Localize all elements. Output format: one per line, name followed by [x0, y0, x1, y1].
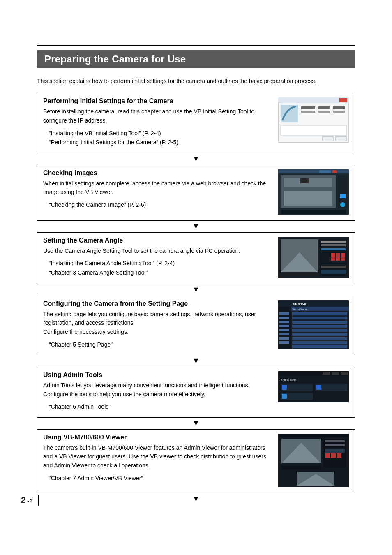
- intro-text: This section explains how to perform ini…: [37, 76, 355, 86]
- svg-rect-85: [337, 453, 341, 458]
- step-title: Performing Initial Settings for the Came…: [43, 97, 272, 105]
- svg-rect-41: [278, 300, 349, 307]
- svg-rect-82: [325, 449, 345, 453]
- svg-rect-54: [292, 312, 347, 315]
- svg-rect-52: [279, 337, 289, 340]
- svg-rect-30: [321, 244, 346, 246]
- step-desc: Use the Camera Angle Setting Tool to set…: [43, 247, 272, 256]
- svg-rect-4: [301, 106, 315, 109]
- screenshot-thumbnail: [278, 97, 349, 147]
- screenshot-thumbnail: VB-M600 Setting Menu: [278, 300, 349, 349]
- screenshot-thumbnail: [278, 434, 349, 487]
- step-box-viewer: Using VB-M700/600 Viewer The camera's bu…: [37, 429, 355, 493]
- svg-rect-36: [336, 257, 340, 261]
- svg-rect-86: [281, 466, 321, 470]
- step-box-checking-images: Checking images When initial settings ar…: [37, 165, 355, 221]
- step-title: Using Admin Tools: [43, 371, 272, 379]
- page-index: -2: [27, 498, 32, 504]
- svg-rect-9: [333, 111, 345, 113]
- svg-rect-58: [292, 329, 347, 332]
- flow-arrow-icon: ▼: [37, 286, 355, 293]
- svg-rect-72: [316, 385, 321, 390]
- svg-rect-5: [318, 106, 330, 109]
- svg-rect-83: [325, 453, 330, 458]
- flow-arrow-icon: ▼: [37, 155, 355, 162]
- svg-rect-29: [321, 241, 346, 243]
- svg-rect-1: [278, 97, 349, 103]
- svg-rect-70: [282, 385, 287, 390]
- svg-rect-74: [282, 394, 287, 399]
- svg-rect-57: [292, 325, 347, 328]
- svg-rect-76: [278, 434, 349, 437]
- svg-rect-49: [279, 325, 289, 327]
- header-rule: [37, 45, 355, 46]
- svg-rect-24: [281, 210, 346, 214]
- page-number: 2-2: [21, 495, 39, 506]
- svg-rect-46: [279, 312, 289, 315]
- svg-rect-53: [279, 341, 289, 344]
- step-ref: “Checking the Camera Image” (P. 2-6): [49, 200, 272, 209]
- svg-rect-59: [292, 333, 347, 336]
- svg-rect-80: [325, 440, 345, 442]
- svg-rect-33: [336, 253, 340, 257]
- step-desc: Before installing the camera, read this …: [43, 107, 272, 125]
- svg-rect-14: [278, 169, 349, 173]
- svg-point-23: [340, 202, 345, 207]
- svg-text:VB-M600: VB-M600: [292, 302, 306, 305]
- step-title: Configuring the Camera from the Setting …: [43, 300, 272, 308]
- svg-rect-56: [292, 321, 347, 324]
- svg-rect-84: [331, 453, 336, 458]
- step-ref: “Chapter 6 Admin Tools”: [49, 402, 272, 411]
- step-ref: “Chapter 3 Camera Angle Setting Tool”: [49, 268, 272, 277]
- step-desc: The setting page lets you configure basi…: [43, 310, 272, 337]
- page-title: Preparing the Camera for Use: [37, 50, 355, 68]
- svg-rect-51: [279, 333, 289, 335]
- svg-rect-61: [292, 341, 347, 344]
- step-ref: “Installing the Camera Angle Setting Too…: [49, 259, 272, 268]
- svg-rect-19: [300, 178, 309, 183]
- svg-rect-6: [333, 106, 345, 109]
- step-title: Checking images: [43, 169, 272, 177]
- screenshot-thumbnail: [278, 237, 349, 278]
- svg-rect-65: [323, 372, 330, 375]
- svg-rect-66: [332, 372, 339, 375]
- svg-rect-12: [336, 137, 346, 141]
- chapter-number: 2: [21, 495, 25, 506]
- svg-rect-60: [292, 337, 347, 340]
- flow-arrow-icon: ▼: [37, 419, 355, 427]
- screenshot-thumbnail: [278, 169, 349, 215]
- svg-rect-67: [341, 372, 348, 375]
- flow-arrow-icon: ▼: [37, 357, 355, 364]
- step-ref: “Chapter 7 Admin Viewer/VB Viewer”: [49, 474, 272, 483]
- step-desc: When initial settings are complete, acce…: [43, 179, 272, 197]
- flow-arrow-icon: ▼: [37, 222, 355, 230]
- screenshot-thumbnail: Admin Tools: [278, 371, 349, 412]
- svg-rect-11: [323, 137, 333, 141]
- svg-rect-62: [292, 345, 347, 348]
- svg-rect-15: [319, 170, 331, 173]
- svg-rect-10: [281, 125, 346, 135]
- flow-arrow-icon: ▼: [37, 495, 355, 502]
- step-title: Setting the Camera Angle: [43, 237, 272, 244]
- step-ref: “Installing the VB Initial Setting Tool”…: [49, 129, 272, 138]
- step-box-setting-page: Configuring the Camera from the Setting …: [37, 296, 355, 355]
- step-title: Using VB-M700/600 Viewer: [43, 434, 272, 441]
- step-box-initial-settings: Performing Initial Settings for the Came…: [37, 93, 355, 153]
- svg-rect-2: [339, 98, 347, 102]
- svg-rect-50: [279, 329, 289, 331]
- document-page: Preparing the Camera for Use This sectio…: [0, 0, 392, 521]
- svg-text:Setting Menu: Setting Menu: [292, 308, 307, 310]
- svg-rect-81: [325, 444, 345, 446]
- step-desc: Admin Tools let you leverage many conven…: [43, 381, 272, 399]
- step-ref: “Performing Initial Settings for the Cam…: [49, 138, 272, 147]
- svg-rect-32: [331, 253, 335, 257]
- svg-rect-55: [292, 317, 347, 319]
- svg-rect-79: [323, 439, 346, 467]
- step-box-admin-tools: Using Admin Tools Admin Tools let you le…: [37, 367, 355, 418]
- step-ref: “Chapter 5 Setting Page”: [49, 340, 272, 349]
- svg-rect-31: [321, 248, 346, 250]
- svg-rect-37: [341, 257, 345, 261]
- svg-rect-47: [279, 317, 289, 319]
- svg-rect-8: [318, 111, 330, 113]
- svg-rect-35: [331, 257, 335, 261]
